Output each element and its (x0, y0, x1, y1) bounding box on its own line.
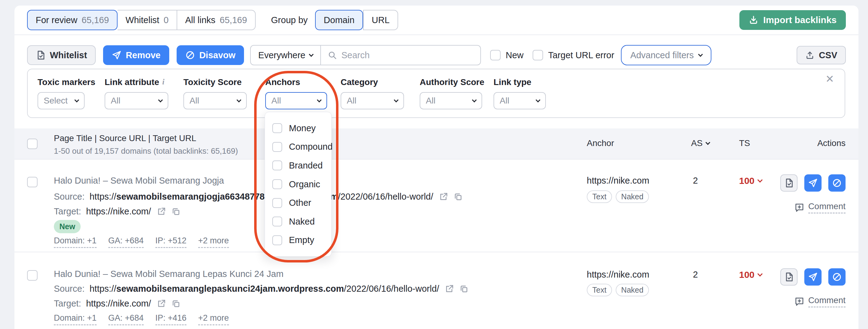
close-icon[interactable]: ✕ (826, 74, 834, 84)
marker-ga[interactable]: GA: +684 (108, 313, 144, 325)
dropdown-option-empty[interactable]: Empty (265, 235, 331, 245)
comment-link[interactable]: Comment (794, 295, 845, 307)
checkbox-box[interactable] (272, 179, 282, 189)
whitelist-button[interactable]: Whitelist (27, 45, 96, 65)
marker-more[interactable]: +2 more (198, 236, 229, 248)
copy-icon[interactable] (454, 192, 463, 201)
advanced-filters-label: Advanced filters (630, 50, 693, 60)
search-input[interactable] (341, 50, 473, 60)
marker-domain[interactable]: Domain: +1 (54, 236, 97, 248)
as-column-header[interactable]: AS (691, 138, 710, 148)
chevron-down-icon (757, 177, 763, 183)
link-type-select[interactable]: All (494, 92, 546, 109)
checkbox-box[interactable] (533, 50, 543, 60)
disavow-button[interactable]: Disavow (177, 45, 244, 65)
paper-plane-icon (808, 272, 818, 282)
copy-icon[interactable] (459, 284, 469, 294)
row-checkbox[interactable] (27, 270, 37, 281)
toxicity-score-value[interactable]: 100 (739, 175, 762, 186)
category-select[interactable]: All (341, 92, 404, 109)
remove-row-button[interactable] (804, 174, 822, 192)
copy-icon[interactable] (172, 207, 181, 216)
marker-ga[interactable]: GA: +684 (108, 236, 144, 248)
external-link-icon[interactable] (157, 207, 166, 216)
external-link-icon[interactable] (157, 299, 166, 308)
checkbox-box[interactable] (272, 123, 282, 133)
external-link-icon[interactable] (439, 192, 448, 201)
checkbox-box[interactable] (272, 142, 282, 152)
csv-label: CSV (819, 50, 837, 60)
target-label: Target: (54, 207, 81, 217)
ts-column-header: TS (739, 138, 750, 148)
anchors-dropdown-menu: Money Compound Branded Organic Other Nak… (265, 112, 332, 256)
search-scope-select[interactable]: Everywhere (251, 50, 320, 60)
copy-icon[interactable] (172, 299, 181, 308)
tab-all-links[interactable]: All links 65,169 (177, 10, 256, 30)
group-by-domain[interactable]: Domain (315, 10, 363, 30)
source-label: Source: (54, 192, 85, 202)
export-csv-button[interactable]: CSV (797, 46, 846, 64)
tag-text: Text (587, 284, 612, 296)
option-label: Money (289, 123, 316, 133)
anchors-select[interactable]: All (265, 92, 327, 109)
filter-label: Toxic markers (37, 77, 95, 87)
info-icon[interactable]: i (162, 77, 164, 87)
dropdown-option-money[interactable]: Money (265, 123, 331, 133)
checkbox-box[interactable] (272, 198, 282, 208)
marker-more[interactable]: +2 more (198, 313, 229, 325)
toxic-markers-select[interactable]: Select (37, 92, 85, 109)
dropdown-option-naked[interactable]: Naked (265, 217, 331, 227)
group-by-url[interactable]: URL (363, 10, 398, 30)
new-checkbox[interactable]: New (490, 50, 523, 60)
marker-links: Domain: +1 GA: +684 IP: +416 +2 more (54, 313, 229, 325)
dropdown-option-other[interactable]: Other (265, 198, 331, 208)
source-label: Source: (54, 284, 85, 294)
dropdown-option-compound[interactable]: Compound (265, 142, 331, 152)
advanced-filters-button[interactable]: Advanced filters (621, 45, 711, 65)
chevron-down-icon (158, 97, 163, 102)
marker-ip[interactable]: IP: +416 (155, 313, 186, 325)
remove-button[interactable]: Remove (103, 45, 169, 65)
comment-label: Comment (808, 201, 845, 214)
target-url: https://nike.com/ (86, 299, 151, 309)
tab-whitelist[interactable]: Whitelist 0 (118, 10, 177, 30)
dropdown-option-organic[interactable]: Organic (265, 179, 331, 189)
remove-row-button[interactable] (804, 268, 822, 285)
select-value: All (347, 96, 356, 106)
toxicity-score-value[interactable]: 100 (739, 270, 762, 280)
checkbox-box[interactable] (272, 217, 282, 226)
remove-button-label: Remove (126, 50, 161, 60)
marker-domain[interactable]: Domain: +1 (54, 313, 97, 325)
disavow-row-button[interactable] (828, 268, 845, 285)
disavow-row-button[interactable] (828, 174, 845, 192)
dropdown-option-branded[interactable]: Branded (265, 161, 331, 171)
external-link-icon[interactable] (445, 284, 454, 294)
marker-ip[interactable]: IP: +512 (155, 236, 186, 248)
review-tabs: For review 65,169 Whitelist 0 All links … (27, 10, 256, 30)
toxicity-score-select[interactable]: All (183, 92, 247, 109)
link-attribute-select[interactable]: All (104, 92, 168, 109)
target-url-error-checkbox[interactable]: Target URL error (533, 50, 614, 60)
upload-icon (805, 51, 814, 60)
option-label: Other (289, 198, 311, 208)
tag-text: Text (587, 190, 612, 203)
select-all-checkbox[interactable] (27, 139, 37, 149)
checkbox-box[interactable] (490, 50, 501, 60)
whitelist-row-button[interactable] (780, 268, 798, 285)
authority-score-select[interactable]: All (420, 92, 482, 109)
page-title: Halo Dunia! – Sewa Mobil Semarang Jogja (54, 175, 224, 186)
checkbox-box[interactable] (272, 161, 282, 170)
checkbox-box[interactable] (272, 235, 282, 245)
target-label: Target: (54, 299, 81, 309)
whitelist-row-button[interactable] (780, 174, 798, 192)
comment-link[interactable]: Comment (794, 201, 845, 214)
row-checkbox[interactable] (27, 177, 37, 187)
option-label: Organic (289, 179, 320, 189)
chevron-down-icon (317, 97, 322, 102)
authority-score-value: 2 (693, 270, 698, 280)
option-label: Branded (289, 161, 323, 171)
disavow-icon (832, 272, 842, 282)
import-backlinks-button[interactable]: Import backlinks (739, 10, 846, 30)
tab-for-review[interactable]: For review 65,169 (27, 10, 118, 30)
paper-plane-icon (112, 50, 122, 60)
